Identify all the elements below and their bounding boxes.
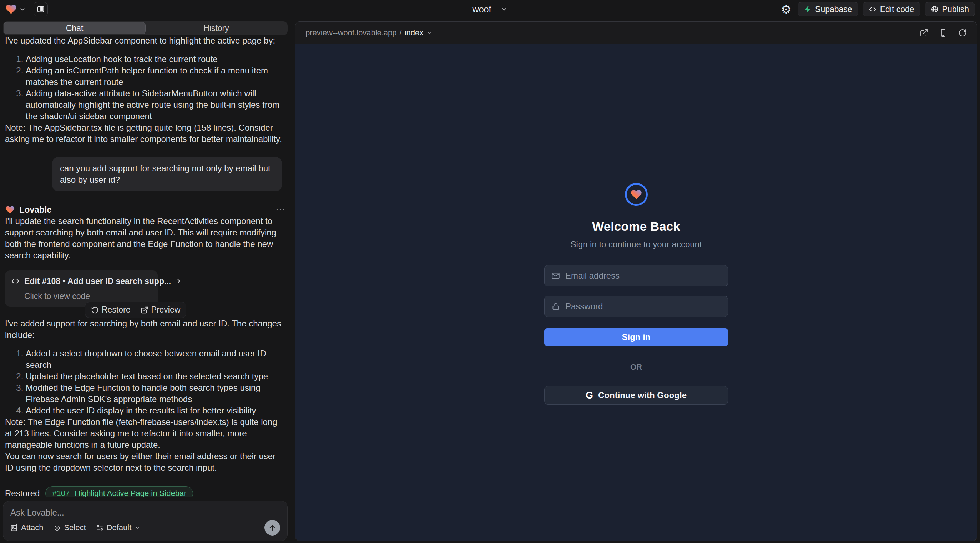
sign-in-button[interactable]: Sign in: [544, 328, 728, 346]
or-divider: OR: [544, 362, 728, 372]
attach-label: Attach: [21, 523, 43, 532]
version-title: Highlight Active Page in Sidebar: [75, 488, 186, 497]
restored-version-badge[interactable]: #107 Highlight Active Page in Sidebar: [45, 486, 193, 497]
chevron-down-icon: [134, 524, 141, 531]
password-field[interactable]: Password: [544, 296, 728, 317]
auth-title: Welcome Back: [592, 219, 680, 234]
user-message-bubble: can you add support for searching not on…: [52, 157, 282, 191]
restore-icon: [91, 306, 99, 314]
chevron-down-icon: [19, 6, 26, 13]
composer-input[interactable]: Ask Lovable...: [10, 508, 280, 520]
password-placeholder: Password: [565, 302, 603, 311]
restored-status-row: Restored #107 Highlight Active Page in S…: [5, 486, 285, 497]
external-link-icon: [141, 306, 148, 314]
tab-history[interactable]: History: [146, 22, 287, 34]
preview-app-content: Welcome Back Sign in to continue to your…: [296, 44, 977, 540]
google-g-icon: G: [585, 390, 593, 401]
chevron-down-icon: [426, 30, 433, 36]
url-separator: /: [400, 28, 402, 38]
settings-button[interactable]: ⚙: [779, 2, 793, 16]
project-chevron-down-icon[interactable]: [500, 6, 508, 13]
email-placeholder: Email address: [565, 271, 620, 281]
restore-button[interactable]: Restore: [91, 305, 130, 315]
auth-subtitle: Sign in to continue to your account: [570, 240, 702, 249]
list-item: Adding an isCurrentPath helper function …: [26, 65, 285, 88]
assistant-message-list: Added a select dropdown to choose betwee…: [5, 348, 285, 416]
publish-button[interactable]: Publish: [925, 2, 975, 16]
mobile-view-icon[interactable]: [939, 29, 948, 37]
globe-icon: [931, 5, 939, 13]
send-button[interactable]: [264, 520, 280, 535]
app-logo: [625, 183, 648, 206]
lovable-logo-menu[interactable]: [5, 3, 26, 15]
topbar: woof ⚙ Supabase Edit code: [0, 0, 980, 19]
assistant-note-text: Note: The AppSidebar.tsx file is getting…: [5, 122, 285, 145]
version-number: #107: [52, 488, 70, 497]
list-item: Added the user ID display in the results…: [26, 405, 285, 416]
assistant-header: Lovable ⋯: [5, 204, 285, 216]
lovable-heart-icon: [5, 205, 15, 215]
supabase-button[interactable]: Supabase: [798, 2, 858, 16]
attach-button[interactable]: Attach: [10, 523, 43, 532]
divider-line: [649, 367, 728, 367]
chat-panel: Chat History I've updated the AppSidebar…: [0, 19, 291, 543]
mail-icon: [551, 271, 560, 280]
composer: Ask Lovable... Attach Select: [3, 501, 288, 541]
gear-icon: ⚙: [781, 3, 792, 16]
lovable-heart-icon: [5, 3, 17, 15]
preview-domain: preview--woof.lovable.app: [305, 28, 397, 38]
list-item: Adding data-active attribute to SidebarM…: [26, 88, 285, 122]
open-in-new-tab-icon[interactable]: [920, 29, 928, 37]
assistant-message-text: I'll update the search functionality in …: [5, 216, 285, 261]
mode-select-button[interactable]: Default: [96, 523, 141, 532]
publish-label: Publish: [942, 5, 969, 14]
select-target-icon: [53, 524, 61, 532]
code-icon: [11, 276, 20, 286]
panel-toggle-icon: [37, 5, 45, 13]
edit-card-subtitle: Click to view code: [24, 291, 152, 302]
sidebar-toggle-button[interactable]: [33, 2, 48, 16]
supabase-label: Supabase: [815, 5, 852, 14]
assistant-message-text: I've updated the AppSidebar component to…: [5, 35, 285, 46]
continue-with-google-button[interactable]: G Continue with Google: [544, 386, 728, 405]
preview-url-selector[interactable]: preview--woof.lovable.app / index: [305, 28, 433, 38]
code-icon: [869, 5, 877, 13]
edit-code-label: Edit code: [880, 5, 914, 14]
message-more-button[interactable]: ⋯: [275, 204, 285, 216]
chat-history-tabs: Chat History: [3, 21, 288, 35]
email-field[interactable]: Email address: [544, 265, 728, 286]
assistant-message-text: You can now search for users by either t…: [5, 451, 285, 473]
refresh-icon[interactable]: [958, 29, 967, 37]
list-item: Adding useLocation hook to track the cur…: [26, 54, 285, 65]
preview-label: Preview: [151, 305, 181, 315]
edit-card-title: Edit #108 • Add user ID search supp...: [24, 275, 171, 287]
preview-page: index: [405, 28, 424, 38]
mode-label: Default: [107, 523, 132, 532]
lock-icon: [551, 302, 560, 311]
app-root: woof ⚙ Supabase Edit code: [0, 0, 980, 543]
project-name: woof: [473, 4, 492, 14]
restore-label: Restore: [102, 305, 130, 315]
attach-image-icon: [10, 524, 18, 532]
divider-line: [544, 367, 624, 367]
assistant-note-text: Note: The Edge Function file (fetch-fire…: [5, 416, 285, 451]
select-button[interactable]: Select: [53, 523, 86, 532]
chevron-right-icon: [175, 278, 182, 285]
heart-icon: [630, 188, 643, 200]
assistant-message-list: Adding useLocation hook to track the cur…: [5, 54, 285, 122]
edit-code-button[interactable]: Edit code: [862, 2, 920, 16]
preview-button[interactable]: Preview: [141, 305, 181, 315]
or-label: OR: [630, 362, 642, 372]
list-item: Modified the Edge Function to handle bot…: [26, 382, 285, 405]
assistant-message-text: I've added support for searching by both…: [5, 318, 285, 341]
restored-label: Restored: [5, 488, 40, 497]
select-label: Select: [64, 523, 86, 532]
tab-chat[interactable]: Chat: [3, 22, 146, 34]
supabase-bolt-icon: [804, 5, 811, 13]
list-item: Updated the placeholder text based on th…: [26, 371, 285, 382]
assistant-name: Lovable: [19, 204, 52, 216]
preview-panel: preview--woof.lovable.app / index: [295, 21, 977, 541]
auth-card: Welcome Back Sign in to continue to your…: [544, 44, 728, 540]
edit-version-card[interactable]: Edit #108 • Add user ID search supp... C…: [5, 270, 158, 307]
chat-messages: I've updated the AppSidebar component to…: [0, 35, 291, 497]
